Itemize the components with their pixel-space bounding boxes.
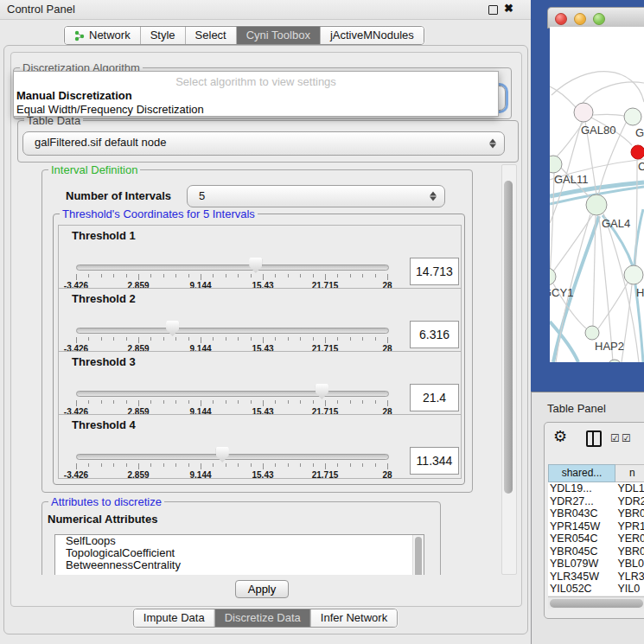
bottom-tab-bar: Impute DataDiscretize DataInfer Network <box>133 609 398 628</box>
threshold-value-field[interactable]: 21.4 <box>410 384 459 411</box>
network-node[interactable] <box>550 268 556 285</box>
group-title-thresholds: Threshold's Coordinates for 5 Intervals <box>60 207 258 220</box>
cell-name: YDR2 <box>617 495 644 508</box>
slider-rail[interactable] <box>76 391 389 397</box>
close-icon[interactable]: ✖ <box>504 2 513 15</box>
columns-icon[interactable] <box>586 430 602 447</box>
tab-impute-data[interactable]: Impute Data <box>134 609 214 627</box>
algorithm-dropdown-popup: Select algorithm to view settings Manual… <box>13 71 499 117</box>
threshold-value-field[interactable]: 14.713 <box>410 258 459 285</box>
tab-label: Cyni Toolbox <box>246 27 310 44</box>
group-title-interval-definition: Interval Definition <box>48 163 140 176</box>
list-scrollbar[interactable] <box>412 535 424 575</box>
network-node[interactable] <box>608 360 622 362</box>
network-node[interactable] <box>574 103 593 122</box>
tab-style[interactable]: Style <box>140 27 185 44</box>
network-canvas[interactable]: GAL80GACGAL11GAL4GCY1HHAP2 <box>550 27 644 362</box>
table-panel-title: Table Panel <box>547 402 606 415</box>
select-all-checkbox-icon[interactable]: ☑ <box>610 432 620 444</box>
network-edge <box>557 122 583 156</box>
threshold-value-field[interactable]: 6.316 <box>410 321 459 348</box>
scrollbar-thumb[interactable] <box>504 181 513 494</box>
node-label-h: H <box>636 286 644 299</box>
table-data-selected-value: galFiltered.sif default node <box>35 132 166 153</box>
dropdown-item-equal-width-frequency-discretization[interactable]: Equal Width/Frequency Discretization <box>16 103 204 116</box>
zoom-traffic-light-icon[interactable] <box>593 13 605 25</box>
cell-name: YER0 <box>617 532 644 545</box>
network-window-titlebar[interactable] <box>547 7 644 29</box>
cell-shared-name: YPR145W <box>548 520 617 533</box>
slider-rail[interactable] <box>76 454 389 460</box>
table-row[interactable]: YIL052CYIL0 <box>548 583 644 596</box>
number-of-intervals-value: 5 <box>199 186 205 207</box>
attribute-item-betweennesscentrality[interactable]: BetweennessCentrality <box>55 559 424 571</box>
apply-button[interactable]: Apply <box>235 580 289 598</box>
network-node[interactable] <box>624 265 643 284</box>
cell-name: YBR0 <box>617 507 644 520</box>
threshold-slider[interactable]: -3.4262.8599.14415.4321.71528 <box>76 384 387 415</box>
slider-thumb[interactable] <box>316 384 328 399</box>
network-edge <box>593 114 624 116</box>
tab-discretize-data[interactable]: Discretize Data <box>214 609 310 627</box>
float-window-icon[interactable] <box>488 5 498 15</box>
settings-scrollbar[interactable] <box>501 164 517 575</box>
cell-shared-name: YDR27... <box>548 495 617 508</box>
control-panel-titlebar[interactable]: Control Panel ✖ <box>0 0 531 20</box>
threshold-panel-1: Threshold 1-3.4262.8599.14415.4321.71528… <box>58 225 462 290</box>
tab-infer-network[interactable]: Infer Network <box>310 609 397 627</box>
threshold-value-field[interactable]: 11.344 <box>410 447 459 475</box>
tab-select[interactable]: Select <box>185 27 236 44</box>
minimize-traffic-light-icon[interactable] <box>574 13 586 25</box>
threshold-slider[interactable]: -3.4262.8599.14415.4321.71528 <box>76 321 387 352</box>
table-rows: YDL19...YDL1YDR27...YDR2YBR043CYBR0YPR14… <box>548 482 644 596</box>
attribute-item-topologicalcoefficient[interactable]: TopologicalCoefficient <box>55 547 424 559</box>
threshold-slider[interactable]: -3.4262.8599.14415.4321.71528 <box>76 258 387 289</box>
table-row[interactable]: YBL079WYBL0 <box>548 558 644 571</box>
table-row[interactable]: YDR27...YDR2 <box>548 495 644 508</box>
table-row[interactable]: YPR145WYPR1 <box>548 520 644 533</box>
slider-thumb[interactable] <box>216 447 229 462</box>
deselect-all-checkbox-icon[interactable]: ☑ <box>622 432 631 444</box>
table-panel-body: ⚙ ☑ ☑ shared... n YDL19...YDL1YDR27...YD… <box>544 422 644 619</box>
table-row[interactable]: YBR045CYBR0 <box>548 545 644 558</box>
node-label-gal11: GAL11 <box>554 173 589 186</box>
table-data-combobox[interactable]: galFiltered.sif default node <box>22 131 505 156</box>
slider-rail[interactable] <box>76 328 389 334</box>
thresholds-group: Threshold's Coordinates for 5 Intervals … <box>53 214 465 485</box>
table-row[interactable]: YBR043CYBR0 <box>548 507 644 520</box>
gear-icon[interactable]: ⚙ <box>553 427 567 446</box>
table-row[interactable]: YLR345WYLR3 <box>548 571 644 583</box>
slider-thumb[interactable] <box>166 321 179 336</box>
threshold-label: Threshold 4 <box>72 418 136 431</box>
slider-rail[interactable] <box>76 265 389 271</box>
column-header-name[interactable]: n <box>615 464 644 482</box>
table-horizontal-scrollbar[interactable] <box>548 596 644 609</box>
dropdown-item-manual-discretization[interactable]: Manual Discretization <box>16 89 132 102</box>
table-panel-window: Table Panel ⚙ ☑ ☑ shared... n YDL19...YD… <box>531 392 644 644</box>
network-node[interactable] <box>550 156 562 173</box>
slider-ticks <box>76 400 387 407</box>
attributes-group: Attributes to discretize Numerical Attri… <box>41 501 441 575</box>
numerical-attributes-list[interactable]: SelfLoopsTopologicalCoefficientBetweenne… <box>54 534 424 575</box>
cytoscape-desktop: GAL80GACGAL11GAL4GCY1HHAP2 <box>531 0 644 392</box>
number-of-intervals-combobox[interactable]: 5 <box>187 185 445 207</box>
table-row[interactable]: YER054CYER0 <box>548 532 644 545</box>
slider-ticks <box>76 337 387 344</box>
tab-network[interactable]: Network <box>65 27 140 44</box>
cell-name: YPR1 <box>617 520 644 533</box>
cell-name: YIL0 <box>617 583 644 596</box>
tab-cyni-toolbox[interactable]: Cyni Toolbox <box>236 27 320 44</box>
scrollbar-thumb[interactable] <box>550 599 643 608</box>
threshold-slider[interactable]: -3.4262.8599.14415.4321.71528 <box>76 447 387 478</box>
attribute-item-selfloops[interactable]: SelfLoops <box>55 535 424 547</box>
network-node[interactable] <box>624 108 641 125</box>
network-node[interactable] <box>585 326 599 340</box>
column-header-shared-name[interactable]: shared... <box>548 464 615 482</box>
table-row[interactable]: YDL19...YDL1 <box>548 482 644 495</box>
network-node[interactable] <box>586 194 607 215</box>
network-node[interactable] <box>631 145 644 159</box>
node-label-hap2: HAP2 <box>595 340 624 353</box>
tab-jactivemnodules[interactable]: jActiveMNodules <box>320 27 424 44</box>
slider-thumb[interactable] <box>249 258 262 273</box>
close-traffic-light-icon[interactable] <box>555 13 567 25</box>
